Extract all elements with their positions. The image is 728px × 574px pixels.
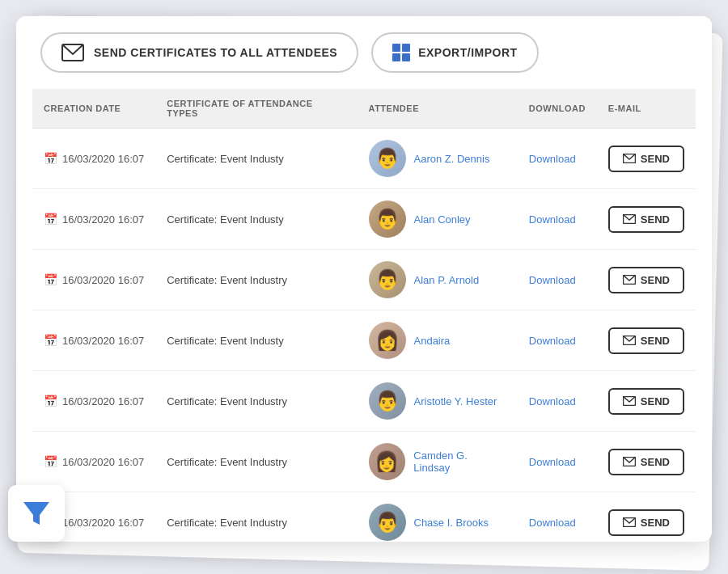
download-link[interactable]: Download xyxy=(529,456,576,468)
filter-badge[interactable] xyxy=(8,485,65,542)
attendee-cell: 👨 Alan P. Arnold xyxy=(358,250,518,310)
attendee-cell: 👨 Aaron Z. Dennis xyxy=(358,129,518,189)
send-envelope-icon xyxy=(623,214,636,224)
certificates-table: CREATION DATE CERTIFICATE OF ATTENDANCE … xyxy=(32,89,696,542)
calendar-icon: 📅 xyxy=(44,213,57,226)
send-envelope-icon xyxy=(623,275,636,285)
download-cell: Download xyxy=(518,492,597,542)
send-cell: SEND xyxy=(597,371,696,432)
send-cell: SEND xyxy=(597,129,696,189)
table-row: 📅 16/03/2020 16:07 Certificate: Event In… xyxy=(32,129,696,189)
avatar: 👨 xyxy=(369,382,406,420)
download-cell: Download xyxy=(518,432,597,492)
export-label: EXPORT/IMPORT xyxy=(418,46,517,59)
send-all-button[interactable]: SEND CERTIFICATES TO ALL ATTENDEES xyxy=(40,32,358,73)
col-cert-types: CERTIFICATE OF ATTENDANCE TYPES xyxy=(155,89,357,129)
date-value: 16/03/2020 16:07 xyxy=(62,335,144,347)
date-value: 16/03/2020 16:07 xyxy=(62,395,144,407)
attendee-name-link[interactable]: Chase I. Brooks xyxy=(414,517,489,529)
avatar: 👨 xyxy=(369,140,406,177)
col-creation-date: CREATION DATE xyxy=(32,89,155,129)
col-attendee: ATTENDEE xyxy=(358,89,518,129)
avatar-emoji: 👨 xyxy=(375,511,400,534)
send-cell: SEND xyxy=(597,492,696,542)
download-link[interactable]: Download xyxy=(529,213,576,226)
send-button[interactable]: SEND xyxy=(608,267,684,293)
certificate-type-cell: Certificate: Event Industry xyxy=(155,371,357,432)
attendee-cell: 👨 Chase I. Brooks xyxy=(358,492,518,542)
attendee-name-link[interactable]: Alan Conley xyxy=(414,213,471,226)
date-cell: 📅 16/03/2020 16:07 xyxy=(32,250,155,310)
table-row: 📅 16/03/2020 16:07 Certificate: Event In… xyxy=(32,189,696,250)
send-button[interactable]: SEND xyxy=(608,327,684,354)
send-envelope-icon xyxy=(623,154,636,163)
envelope-icon xyxy=(61,44,84,61)
calendar-icon: 📅 xyxy=(44,455,57,468)
date-value: 16/03/2020 16:07 xyxy=(62,213,144,226)
table-row: 📅 16/03/2020 16:07 Certificate: Event In… xyxy=(32,492,696,542)
send-button[interactable]: SEND xyxy=(608,388,684,415)
table-row: 📅 16/03/2020 16:07 Certificate: Event In… xyxy=(32,432,696,492)
send-envelope-icon xyxy=(623,336,636,345)
date-value: 16/03/2020 16:07 xyxy=(62,456,144,468)
send-button[interactable]: SEND xyxy=(608,449,684,475)
attendee-name-link[interactable]: Andaira xyxy=(414,335,451,347)
certificate-type-cell: Certificate: Event Industy xyxy=(155,129,357,189)
filter-icon xyxy=(22,499,51,528)
send-all-label: SEND CERTIFICATES TO ALL ATTENDEES xyxy=(94,46,337,59)
calendar-icon: 📅 xyxy=(44,334,57,347)
certificate-type-cell: Certificate: Event Industry xyxy=(155,250,357,310)
download-cell: Download xyxy=(518,189,597,250)
avatar: 👩 xyxy=(369,322,406,359)
send-button[interactable]: SEND xyxy=(608,146,684,172)
download-link[interactable]: Download xyxy=(529,274,576,286)
attendee-name-link[interactable]: Aristotle Y. Hester xyxy=(414,395,497,407)
date-cell: 📅 16/03/2020 16:07 xyxy=(32,189,155,250)
send-cell: SEND xyxy=(597,432,696,492)
send-envelope-icon xyxy=(623,457,636,466)
export-import-button[interactable]: EXPORT/IMPORT xyxy=(371,32,538,73)
download-cell: Download xyxy=(518,310,597,371)
certificate-type-cell: Certificate: Event Industry xyxy=(155,492,357,542)
date-value: 16/03/2020 16:07 xyxy=(62,153,144,165)
date-value: 16/03/2020 16:07 xyxy=(62,274,144,286)
calendar-icon: 📅 xyxy=(44,152,57,165)
send-envelope-icon xyxy=(623,396,636,406)
certificate-type-cell: Certificate: Event Industry xyxy=(155,432,357,492)
send-button[interactable]: SEND xyxy=(608,206,684,233)
send-button[interactable]: SEND xyxy=(608,509,684,536)
send-cell: SEND xyxy=(597,250,696,310)
calendar-icon: 📅 xyxy=(44,395,57,407)
download-link[interactable]: Download xyxy=(529,395,576,407)
send-envelope-icon xyxy=(623,517,636,527)
table-row: 📅 16/03/2020 16:07 Certificate: Event In… xyxy=(32,310,696,371)
avatar-emoji: 👨 xyxy=(375,208,400,230)
avatar: 👨 xyxy=(369,261,406,298)
send-cell: SEND xyxy=(597,310,696,371)
date-cell: 📅 16/03/2020 16:07 xyxy=(32,371,155,432)
col-email: E-MAIL xyxy=(597,89,696,129)
attendee-name-link[interactable]: Camden G. Lindsay xyxy=(413,449,506,474)
attendee-name-link[interactable]: Aaron Z. Dennis xyxy=(414,153,490,165)
date-value: 16/03/2020 16:07 xyxy=(62,517,144,529)
send-cell: SEND xyxy=(597,189,696,250)
attendee-cell: 👩 Andaira xyxy=(358,310,518,371)
date-cell: 📅 16/03/2020 16:07 xyxy=(32,432,155,492)
certificate-type-cell: Certificate: Event Industy xyxy=(155,310,357,371)
avatar-emoji: 👩 xyxy=(375,450,399,473)
grid-icon xyxy=(392,44,410,61)
avatar-emoji: 👩 xyxy=(375,329,400,352)
svg-marker-8 xyxy=(23,502,49,525)
avatar: 👨 xyxy=(369,200,406,238)
attendee-cell: 👨 Aristotle Y. Hester xyxy=(358,371,518,432)
table-header-row: CREATION DATE CERTIFICATE OF ATTENDANCE … xyxy=(32,89,696,129)
certificates-table-container: CREATION DATE CERTIFICATE OF ATTENDANCE … xyxy=(16,89,712,542)
date-cell: 📅 16/03/2020 16:07 xyxy=(32,129,155,189)
avatar-emoji: 👨 xyxy=(375,147,400,170)
avatar: 👨 xyxy=(369,504,406,541)
download-link[interactable]: Download xyxy=(529,153,576,165)
download-link[interactable]: Download xyxy=(529,517,576,529)
download-link[interactable]: Download xyxy=(529,335,576,347)
table-row: 📅 16/03/2020 16:07 Certificate: Event In… xyxy=(32,371,696,432)
attendee-name-link[interactable]: Alan P. Arnold xyxy=(414,274,480,286)
